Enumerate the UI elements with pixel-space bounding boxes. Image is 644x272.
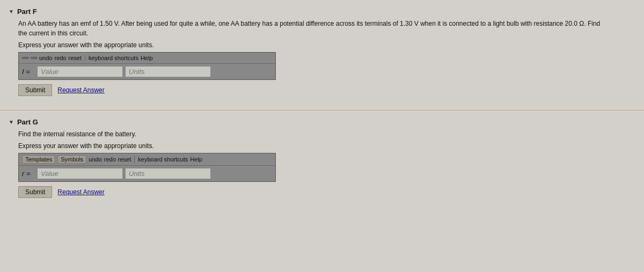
part-f-request-answer-link[interactable]: Request Answer <box>57 86 104 94</box>
part-g-submit-button[interactable]: Submit <box>18 186 52 198</box>
part-f-toolbar-btn2[interactable] <box>31 57 37 59</box>
part-f-value-input[interactable] <box>37 66 123 77</box>
part-f-toolbar: undo redo reset keyboard shortcuts Help <box>19 53 275 64</box>
part-f-instruction: Express your answer with the appropriate… <box>18 41 635 49</box>
part-f-header: ▼ Part F <box>9 8 635 16</box>
part-g-value-input[interactable] <box>37 168 123 179</box>
part-f-title: Part F <box>17 8 37 16</box>
part-g-title: Part G <box>17 118 38 126</box>
part-g-input-row: r = <box>19 166 275 181</box>
part-g-problem-text: Find the internal resistance of the batt… <box>18 129 609 139</box>
part-f-submit-button[interactable]: Submit <box>18 84 52 96</box>
section-divider <box>0 110 644 111</box>
part-f-editor: undo redo reset keyboard shortcuts Help … <box>18 52 276 80</box>
part-f-redo[interactable]: redo <box>54 55 66 61</box>
part-g-action-row: Submit Request Answer <box>18 186 635 198</box>
part-g-redo[interactable]: redo <box>104 156 116 163</box>
part-g-symbols-btn[interactable]: Symbols <box>57 155 86 164</box>
part-g-toolbar: Templates Symbols undo redo reset keyboa… <box>19 153 275 166</box>
part-f-toolbar-btn1[interactable] <box>22 57 28 59</box>
part-g-undo[interactable]: undo <box>89 156 101 163</box>
part-f-action-row: Submit Request Answer <box>18 84 635 96</box>
part-f-undo[interactable]: undo <box>39 55 52 61</box>
part-f-toolbar-sep <box>85 54 85 62</box>
part-f-collapse-icon[interactable]: ▼ <box>9 9 14 14</box>
part-g-instruction: Express your answer with the appropriate… <box>18 142 635 150</box>
part-g-editor: Templates Symbols undo redo reset keyboa… <box>18 153 276 182</box>
part-g-header: ▼ Part G <box>9 118 635 126</box>
part-f-keyboard[interactable]: keyboard shortcuts <box>89 55 138 61</box>
part-g-keyboard[interactable]: keyboard shortcuts <box>138 156 188 163</box>
part-g-collapse-icon[interactable]: ▼ <box>9 119 14 125</box>
part-g-help[interactable]: Help <box>190 156 202 163</box>
part-f-input-row: I = <box>19 64 275 79</box>
part-f-section: ▼ Part F An AA battery has an emf of 1.5… <box>0 4 644 108</box>
part-g-toolbar-sep <box>134 156 135 163</box>
part-f-variable-label: I = <box>22 68 35 76</box>
part-g-variable-label: r = <box>22 170 35 178</box>
part-f-units-input[interactable] <box>125 66 211 77</box>
part-g-units-input[interactable] <box>125 168 211 179</box>
page-container: ▼ Part F An AA battery has an emf of 1.5… <box>0 0 644 272</box>
part-f-problem-text: An AA battery has an emf of 1.50 V. Afte… <box>18 19 609 38</box>
part-g-request-answer-link[interactable]: Request Answer <box>57 188 104 196</box>
part-g-templates-btn[interactable]: Templates <box>22 155 55 164</box>
part-g-section: ▼ Part G Find the internal resistance of… <box>0 115 644 210</box>
part-g-reset[interactable]: reset <box>118 156 131 163</box>
part-f-help[interactable]: Help <box>141 55 153 61</box>
part-f-reset[interactable]: reset <box>69 55 82 61</box>
